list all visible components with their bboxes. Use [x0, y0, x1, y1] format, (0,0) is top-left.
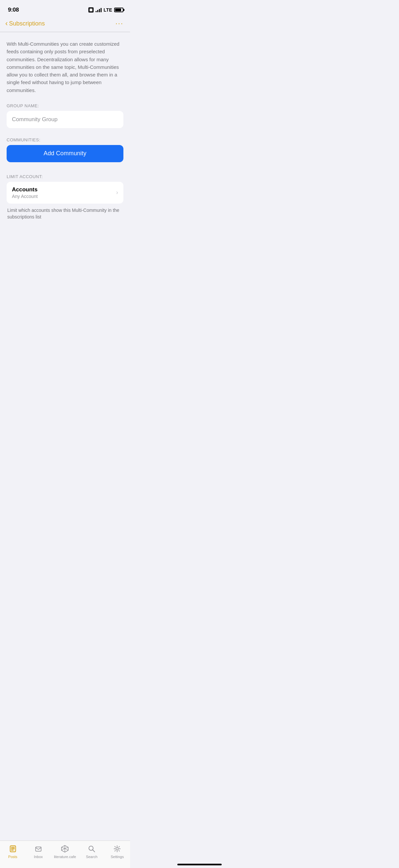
communities-label: COMMUNITIES:: [7, 137, 124, 142]
status-icons: LTE: [88, 7, 124, 12]
status-bar: 9:08 LTE: [0, 0, 130, 17]
lte-label: LTE: [104, 7, 112, 12]
limit-account-label: LIMIT ACCOUNT:: [7, 174, 124, 179]
communities-section: COMMUNITIES: Add Community: [7, 137, 124, 162]
account-info: Accounts Any Account: [12, 186, 38, 199]
group-name-label: GROUP NAME:: [7, 103, 124, 108]
account-selector[interactable]: Accounts Any Account ›: [7, 182, 124, 204]
account-subtitle: Any Account: [12, 194, 38, 199]
group-name-input[interactable]: [7, 111, 124, 128]
chevron-right-icon: ›: [116, 189, 118, 196]
more-dots-icon: ···: [115, 19, 124, 28]
add-community-button[interactable]: Add Community: [7, 145, 124, 162]
description-text: With Multi-Communities you can create cu…: [7, 40, 124, 94]
back-label: Subscriptions: [9, 20, 45, 27]
signal-bars-icon: [96, 8, 102, 12]
nav-bar: ‹ Subscriptions ···: [0, 17, 130, 32]
battery-icon: [114, 8, 124, 12]
account-title: Accounts: [12, 186, 38, 193]
back-chevron-icon: ‹: [5, 20, 8, 27]
back-button[interactable]: ‹ Subscriptions: [5, 20, 45, 27]
recording-icon: [88, 7, 94, 12]
main-content: With Multi-Communities you can create cu…: [0, 32, 130, 232]
more-button[interactable]: ···: [115, 19, 124, 28]
status-time: 9:08: [8, 7, 19, 13]
limit-description: Limit which accounts show this Multi-Com…: [7, 207, 124, 220]
limit-account-section: LIMIT ACCOUNT: Accounts Any Account › Li…: [7, 174, 124, 220]
